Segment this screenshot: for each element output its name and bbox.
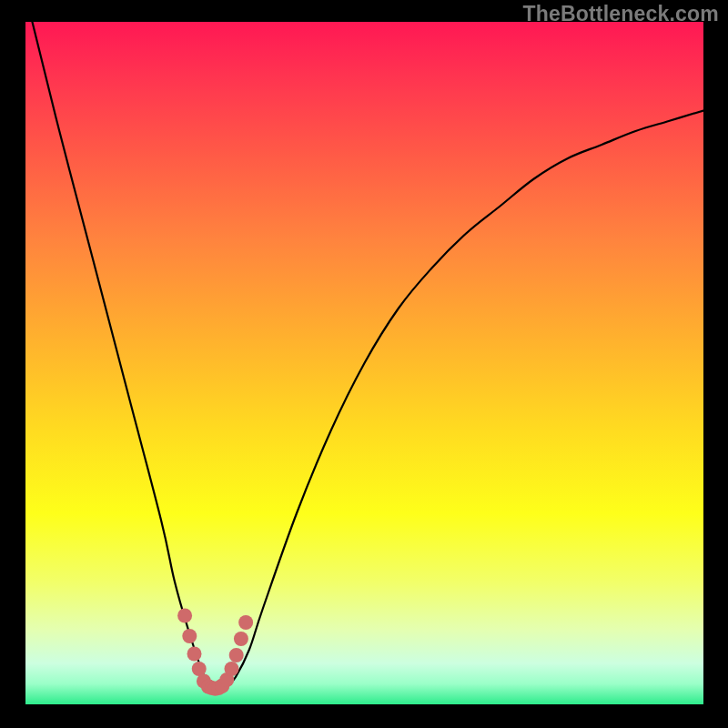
highlight-dot: [234, 632, 248, 646]
highlight-dot: [238, 615, 253, 630]
bottleneck-curve-line: [32, 22, 703, 692]
highlight-dot: [187, 647, 202, 662]
chart-plot-area: [25, 22, 703, 704]
highlight-dot: [177, 609, 192, 623]
highlight-dots-group: [177, 609, 253, 696]
chart-svg: [25, 22, 703, 704]
highlight-dot: [229, 648, 244, 662]
highlight-dot: [182, 629, 197, 643]
watermark-text: TheBottleneck.com: [522, 2, 719, 26]
highlight-dot: [224, 662, 238, 676]
